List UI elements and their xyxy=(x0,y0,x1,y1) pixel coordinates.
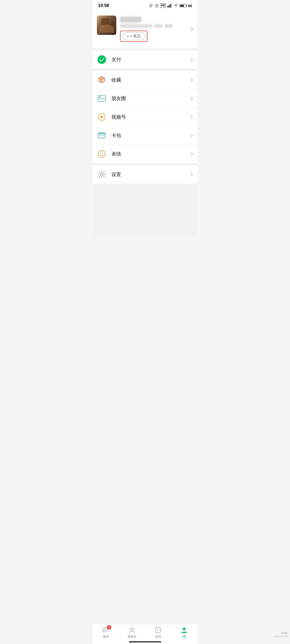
menu-group-main: 收藏 朋友圈 xyxy=(93,71,197,163)
cards-icon xyxy=(97,131,107,140)
cards-chevron xyxy=(190,133,193,138)
profile-extra-blurred xyxy=(154,24,162,28)
status-bar: 10:58 HD xyxy=(93,0,197,10)
svg-line-6 xyxy=(157,4,158,5)
payment-label: 支付 xyxy=(111,56,190,63)
avatar[interactable] xyxy=(97,16,116,35)
battery-level: 84 xyxy=(188,4,192,8)
svg-rect-8 xyxy=(168,5,169,8)
svg-rect-10 xyxy=(171,4,171,8)
status-icons: HD 84 xyxy=(149,3,192,8)
svg-point-19 xyxy=(100,153,101,154)
status-plus: + xyxy=(127,34,129,38)
svg-point-11 xyxy=(97,55,106,64)
section-divider-3 xyxy=(93,163,197,165)
svg-point-18 xyxy=(98,151,105,158)
settings-icon xyxy=(97,170,107,179)
status-label: + 状态 xyxy=(130,34,141,39)
wifi-icon xyxy=(173,4,178,8)
profile-name-row xyxy=(120,17,193,23)
channels-icon xyxy=(97,112,107,122)
status-button[interactable]: + + 状态 xyxy=(123,32,145,40)
settings-label: 设置 xyxy=(111,171,190,178)
channels-label: 视频号 xyxy=(111,114,190,120)
stickers-chevron xyxy=(190,152,193,156)
section-divider-2 xyxy=(93,69,197,71)
channels-chevron xyxy=(190,115,193,119)
profile-wechat-blurred xyxy=(120,24,152,28)
svg-line-5 xyxy=(156,4,156,5)
favorites-chevron xyxy=(190,78,193,82)
moments-label: 朋友圈 xyxy=(111,95,190,102)
battery-icon xyxy=(180,4,187,7)
moments-icon xyxy=(97,94,107,103)
status-time: 10:58 xyxy=(98,3,109,8)
profile-extra-blurred-2 xyxy=(165,24,173,28)
payment-icon xyxy=(97,55,107,64)
bottom-spacer xyxy=(93,184,197,237)
svg-rect-16 xyxy=(98,134,105,135)
payment-chevron xyxy=(190,57,193,62)
menu-group-payment: 支付 xyxy=(93,50,197,69)
profile-wechat-row xyxy=(120,24,193,28)
profile-section[interactable]: + + 状态 xyxy=(93,10,197,48)
settings-chevron xyxy=(190,172,193,177)
menu-item-cards[interactable]: 卡包 xyxy=(93,126,197,145)
menu-item-favorites[interactable]: 收藏 xyxy=(93,71,197,89)
favorites-icon xyxy=(97,75,107,85)
svg-rect-9 xyxy=(169,5,170,8)
svg-point-21 xyxy=(100,173,103,176)
profile-info: + + 状态 xyxy=(120,16,193,42)
mute-icon xyxy=(149,3,153,8)
stickers-label: 表情 xyxy=(111,151,190,157)
menu-item-moments[interactable]: 朋友圈 xyxy=(93,89,197,108)
profile-chevron xyxy=(190,27,193,31)
hd-badge: HD xyxy=(160,3,166,8)
menu-item-payment[interactable]: 支付 xyxy=(93,50,197,69)
menu-item-channels[interactable]: 视频号 xyxy=(93,108,197,126)
stickers-icon xyxy=(97,149,107,159)
status-btn-wrapper: + + 状态 xyxy=(120,31,193,42)
favorites-label: 收藏 xyxy=(111,77,190,83)
status-button-highlight: + + 状态 xyxy=(120,31,147,42)
menu-item-settings[interactable]: 设置 xyxy=(93,165,197,184)
menu-item-stickers[interactable]: 表情 xyxy=(93,145,197,163)
menu-group-settings: 设置 xyxy=(93,165,197,184)
alarm-icon xyxy=(155,3,159,8)
svg-point-20 xyxy=(103,153,103,154)
svg-rect-15 xyxy=(98,133,105,138)
section-divider-1 xyxy=(93,48,197,50)
svg-rect-7 xyxy=(167,6,168,8)
cards-label: 卡包 xyxy=(111,132,190,139)
profile-name-blurred xyxy=(120,17,142,23)
signal-icon xyxy=(167,4,172,8)
svg-point-13 xyxy=(99,97,101,98)
moments-chevron xyxy=(190,96,193,101)
